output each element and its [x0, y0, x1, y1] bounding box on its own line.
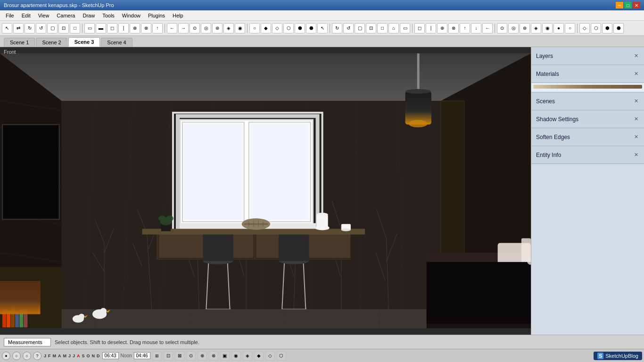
toolbar-btn-43[interactable]: ⊗	[448, 23, 459, 33]
menu-item-file[interactable]: File	[2, 12, 18, 19]
toolbar-btn-21[interactable]: ◈	[223, 23, 234, 33]
toolbar-btn-1[interactable]: ⇄	[13, 23, 24, 33]
menu-item-view[interactable]: View	[34, 12, 53, 19]
bottom-tool-11[interactable]: ◇	[265, 351, 275, 361]
menu-item-camera[interactable]: Camera	[53, 12, 79, 19]
toolbar-btn-41[interactable]: |	[426, 23, 436, 33]
toolbar-btn-36[interactable]: □	[377, 23, 388, 33]
bottom-tool-9[interactable]: ◈	[243, 351, 252, 361]
toolbar-btn-46[interactable]: ←	[482, 23, 493, 33]
toolbar-btn-59[interactable]: ⬣	[613, 23, 624, 33]
toolbar-btn-58[interactable]: ⬢	[602, 23, 612, 33]
scene-tab-4[interactable]: Scene 4	[101, 38, 132, 47]
toolbar-btn-3[interactable]: ↺	[36, 23, 46, 33]
toolbar-btn-24[interactable]: ○	[249, 23, 260, 33]
bottom-tool-10[interactable]: ◆	[254, 351, 264, 361]
panel-section-soften-edges[interactable]: Soften Edges ✕	[531, 128, 644, 146]
menu-item-edit[interactable]: Edit	[18, 12, 34, 19]
toolbar-btn-48[interactable]: ⊙	[497, 23, 507, 33]
nav-btn-3[interactable]: ○	[23, 352, 31, 360]
panel-section-layers[interactable]: Layers ✕	[531, 47, 644, 65]
toolbar-btn-20[interactable]: ⊛	[212, 23, 223, 33]
panel-section-scenes[interactable]: Scenes ✕	[531, 92, 644, 110]
toolbar-btn-49[interactable]: ◎	[508, 23, 519, 33]
bottom-tool-1[interactable]: ⊞	[152, 351, 162, 361]
bottom-tool-6[interactable]: ⊗	[209, 351, 218, 361]
bottom-tool-3[interactable]: ⊠	[175, 351, 184, 361]
minimize-button[interactable]: ─	[616, 2, 623, 8]
toolbar-btn-22[interactable]: ◉	[235, 23, 245, 33]
toolbar-btn-25[interactable]: ◆	[261, 23, 271, 33]
toolbar-btn-54[interactable]: ○	[565, 23, 575, 33]
soften-edges-close-btn[interactable]: ✕	[633, 134, 639, 140]
bottom-tool-5[interactable]: ⊕	[198, 351, 207, 361]
menu-item-plugins[interactable]: Plugins	[144, 12, 169, 19]
layers-close-btn[interactable]: ✕	[633, 53, 639, 59]
measurements-box[interactable]: Measurements	[4, 338, 51, 346]
toolbar-btn-11[interactable]: |	[118, 23, 129, 33]
toolbar-btn-56[interactable]: ◇	[579, 23, 590, 33]
viewport[interactable]: Front	[0, 47, 531, 335]
toolbar-btn-5[interactable]: ⊡	[58, 23, 69, 33]
nav-btn-1[interactable]: ●	[2, 352, 10, 360]
toolbar-btn-0[interactable]: ↖	[2, 23, 12, 33]
menu-item-draw[interactable]: Draw	[79, 12, 99, 19]
sketchup-blog-logo[interactable]: S SketchUpBlog	[594, 352, 642, 360]
entity-info-close-btn[interactable]: ✕	[633, 152, 639, 158]
toolbar-btn-17[interactable]: →	[178, 23, 189, 33]
bottom-tool-4[interactable]: ⊙	[186, 351, 196, 361]
bottom-tool-12[interactable]: ⬡	[277, 351, 286, 361]
close-button[interactable]: ✕	[633, 2, 640, 8]
materials-close-btn[interactable]: ✕	[633, 71, 639, 77]
maximize-button[interactable]: □	[624, 2, 632, 8]
toolbar-btn-33[interactable]: ↺	[343, 23, 354, 33]
panel-section-shadow-settings[interactable]: Shadow Settings ✕	[531, 110, 644, 128]
toolbar-btn-53[interactable]: ●	[553, 23, 564, 33]
bottom-tool-7[interactable]: ▣	[220, 351, 230, 361]
toolbar-btn-2[interactable]: ↻	[25, 23, 35, 33]
toolbar-btn-52[interactable]: ◉	[542, 23, 553, 33]
toolbar-btn-45[interactable]: ↓	[471, 23, 481, 33]
toolbar-btn-12[interactable]: ⊕	[130, 23, 140, 33]
toolbar-btn-38[interactable]: ▭	[400, 23, 410, 33]
toolbar-btn-19[interactable]: ◎	[201, 23, 211, 33]
scene-tab-3[interactable]: Scene 3	[68, 37, 100, 47]
toolbar-btn-9[interactable]: ▬	[96, 23, 106, 33]
toolbar-btn-40[interactable]: ◻	[414, 23, 425, 33]
panel-section-entity-info[interactable]: Entity Info ✕	[531, 146, 644, 164]
toolbar-btn-13[interactable]: ⊗	[141, 23, 151, 33]
bottom-tool-8[interactable]: ◉	[231, 351, 241, 361]
menu-item-tools[interactable]: Tools	[99, 12, 118, 19]
toolbar-btn-30[interactable]: ↖	[317, 23, 328, 33]
toolbar-btn-34[interactable]: ▢	[355, 23, 365, 33]
toolbar-btn-42[interactable]: ⊕	[437, 23, 447, 33]
panel-section-materials[interactable]: Materials ✕	[531, 65, 644, 83]
toolbar-btn-32[interactable]: ↻	[332, 23, 342, 33]
toolbar-btn-57[interactable]: ⬡	[591, 23, 601, 33]
shadow-settings-close-btn[interactable]: ✕	[633, 116, 639, 123]
toolbar-btn-26[interactable]: ◇	[272, 23, 282, 33]
toolbar-btn-28[interactable]: ⬢	[295, 23, 305, 33]
toolbar-btn-35[interactable]: ⊡	[366, 23, 376, 33]
toolbar-btn-16[interactable]: ←	[167, 23, 177, 33]
nav-btn-2[interactable]: ○	[12, 352, 21, 360]
scene-tab-2[interactable]: Scene 2	[36, 38, 67, 47]
menu-item-help[interactable]: Help	[169, 12, 187, 19]
toolbar-btn-14[interactable]: ↑	[152, 23, 163, 33]
toolbar-btn-18[interactable]: ⊙	[190, 23, 200, 33]
toolbar-btn-27[interactable]: ⬡	[283, 23, 294, 33]
menu-item-window[interactable]: Window	[118, 12, 144, 19]
toolbar-btn-10[interactable]: ◻	[107, 23, 117, 33]
toolbar-btn-37[interactable]: ⌂	[388, 23, 399, 33]
toolbar-btn-50[interactable]: ⊛	[520, 23, 530, 33]
toolbar-btn-4[interactable]: ▢	[47, 23, 58, 33]
bottom-tool-2[interactable]: ⊡	[164, 351, 173, 361]
scenes-close-btn[interactable]: ✕	[633, 98, 639, 105]
toolbar-btn-44[interactable]: ↑	[460, 23, 470, 33]
toolbar-btn-6[interactable]: □	[70, 23, 80, 33]
toolbar-btn-29[interactable]: ⬣	[306, 23, 316, 33]
toolbar-btn-8[interactable]: ▭	[84, 23, 95, 33]
scene-tab-1[interactable]: Scene 1	[4, 38, 35, 47]
toolbar-btn-51[interactable]: ◈	[531, 23, 541, 33]
nav-btn-4[interactable]: ?	[33, 352, 41, 360]
